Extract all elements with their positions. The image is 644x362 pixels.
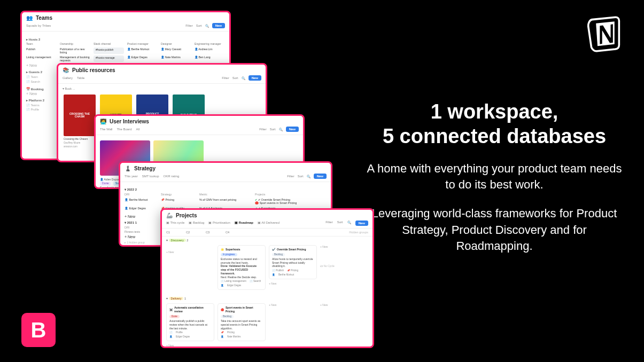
new-button[interactable]: New bbox=[314, 174, 327, 179]
projects-title: Projects bbox=[176, 213, 197, 218]
search-icon[interactable]: 🔍 bbox=[242, 76, 245, 80]
tab-backlog[interactable]: ▣ Backlog bbox=[189, 221, 204, 226]
tab-all-delivered[interactable]: ▣ All Delivered bbox=[258, 221, 280, 226]
tab-prioritisation[interactable]: ▣ Prioritisation bbox=[208, 221, 230, 226]
window-projects: 🦾 Projects ▣ This cycle ▣ Backlog ▣ Prio… bbox=[160, 208, 374, 348]
project-card-superhosts[interactable]: 🌟Superhosts In progress Exclusive status… bbox=[218, 245, 266, 290]
search-icon[interactable]: 🔍 bbox=[205, 24, 209, 28]
sort-button[interactable]: Sort bbox=[232, 76, 238, 80]
new-card[interactable]: + New bbox=[166, 344, 214, 347]
view-all[interactable]: All bbox=[136, 128, 139, 131]
teams-title: Teams bbox=[36, 15, 52, 21]
view-board[interactable]: The Board bbox=[117, 128, 131, 131]
headline: 1 workspace, 5 connected databases bbox=[366, 99, 623, 149]
filter-button[interactable]: Filter bbox=[259, 128, 266, 131]
view-okr[interactable]: OKR rating bbox=[164, 175, 180, 178]
tab-roadmap[interactable]: ▣ Roadmap bbox=[235, 221, 253, 226]
sort-button[interactable]: Sort bbox=[196, 24, 202, 27]
public-title: Public resources bbox=[72, 67, 115, 73]
filter-button[interactable]: Filter bbox=[325, 221, 332, 226]
table-row[interactable]: Listing management Management of booking… bbox=[26, 56, 225, 62]
new-button[interactable]: New bbox=[286, 127, 299, 132]
chess-icon: ♟️ bbox=[125, 166, 131, 171]
tab-this-cycle[interactable]: ▣ This cycle bbox=[166, 221, 184, 226]
table-row[interactable]: Publish Publication of a new listing #ho… bbox=[26, 48, 225, 54]
view-wall[interactable]: The Wall bbox=[100, 128, 112, 131]
project-card-cancel[interactable]: ✖️Automatic cancellation review Done Aut… bbox=[166, 303, 214, 341]
search-icon[interactable]: 🔍 bbox=[307, 175, 311, 178]
users-title: User Interviews bbox=[110, 119, 149, 124]
filter-button[interactable]: Filter bbox=[185, 24, 192, 27]
new-button[interactable]: New bbox=[212, 23, 225, 28]
strategy-title: Strategy bbox=[134, 166, 156, 171]
marketing-copy: 1 workspace, 5 connected databases A hom… bbox=[366, 99, 623, 267]
view-gallery[interactable]: Gallery bbox=[63, 76, 73, 80]
paragraph-2: Leveraging world-class frameworks for Pr… bbox=[366, 206, 623, 254]
brand-badge: B bbox=[21, 313, 56, 347]
new-card[interactable]: + New bbox=[269, 282, 317, 285]
view-table[interactable]: Table bbox=[77, 76, 84, 80]
search-icon[interactable]: 🔍 bbox=[279, 128, 283, 131]
teams-view[interactable]: Squads by Tribes bbox=[26, 24, 51, 27]
new-button[interactable]: New bbox=[249, 75, 261, 81]
project-card-sport[interactable]: 🔴Sport events in Smart Pricing Backlog T… bbox=[218, 303, 266, 341]
projects-icon: 🦾 bbox=[166, 213, 173, 218]
new-button[interactable]: New bbox=[355, 221, 368, 226]
book-card[interactable]: CROSSING THE CHASM Crossing the Chasm Ge… bbox=[64, 95, 96, 148]
new-card[interactable]: + New bbox=[166, 250, 214, 254]
books-icon: 📚 bbox=[63, 67, 69, 73]
view-this-year[interactable]: This year bbox=[125, 175, 138, 178]
sort-button[interactable]: Sort bbox=[270, 128, 276, 131]
sort-button[interactable]: Sort bbox=[337, 221, 343, 226]
view-smt[interactable]: SMT lookup bbox=[142, 175, 159, 178]
project-card-override[interactable]: ✔️Override Smart Pricing Backlog Allow h… bbox=[269, 245, 317, 279]
teams-icon: 👥 bbox=[26, 15, 33, 21]
sort-button[interactable]: Sort bbox=[298, 175, 304, 178]
filter-button[interactable]: Filter bbox=[287, 175, 294, 178]
user-icon: 🧑‍💻 bbox=[100, 119, 106, 124]
new-card[interactable]: + New bbox=[269, 303, 317, 306]
filter-button[interactable]: Filter bbox=[222, 76, 229, 80]
paragraph-1: A home with everything your product team… bbox=[366, 161, 623, 193]
search-icon[interactable]: 🔍 bbox=[347, 221, 351, 226]
notion-logo bbox=[585, 15, 624, 53]
new-card[interactable]: + New bbox=[320, 303, 368, 306]
